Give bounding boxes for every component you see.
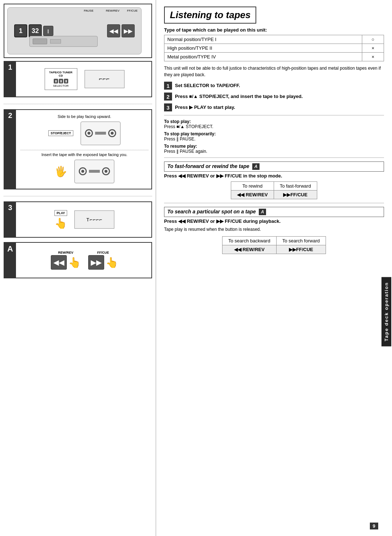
divider-1 <box>164 115 384 115</box>
right-panel: Listening to tapes Type of tape which ca… <box>156 0 392 536</box>
selector-illus: TAPE/CD TUNER CD ▮ ▮ ▮ SELECTOR <box>45 68 77 90</box>
tip-pause: To stop play temporarily: Press ‖ PAUSE. <box>164 131 384 142</box>
tip-pause-text: Press ‖ PAUSE. <box>164 136 384 142</box>
divider-3 <box>164 203 384 203</box>
step2-illus-top: STOP/EJECT <box>20 119 148 148</box>
tip-stop-text: Press ■/▲ STOP/EJECT. <box>164 124 384 129</box>
stepA-content: REW/REV ◀◀ 👆 FF/CUE ▶▶ 👆 <box>20 246 148 275</box>
pause-label-top: PAUSE <box>84 9 94 12</box>
notice-text: This unit will not be able to do full ju… <box>164 65 384 78</box>
selector-label: SELECTOR <box>49 84 73 87</box>
search-col2-btn: ▶▶FF/CUE <box>276 245 326 254</box>
sidebar-label-wrap: Tape deck operation <box>380 109 392 514</box>
display-deco <box>33 38 47 44</box>
rew-ff-buttons: ◀◀ ▶▶ <box>107 24 135 37</box>
left-step-3: 3 PLAY 👆 T⌐⌐⌐⌐ <box>4 201 152 238</box>
step-2: 2 Press ■/▲ STOP/EJECT, and insert the t… <box>164 93 384 101</box>
hand-rew: 👆 <box>68 257 81 269</box>
search-col1-btn: ◀◀ REW/REV <box>222 245 277 254</box>
step-3-text: Press ▶ PLAY to start play. <box>175 103 235 111</box>
step3-label: 3 <box>4 202 16 237</box>
symbol-2: × <box>362 44 384 53</box>
btn-1: 1 <box>14 24 27 37</box>
divider-2 <box>164 157 384 158</box>
rew-btn-group: REW/REV ◀◀ 👆 <box>51 251 81 270</box>
tip-resume-label: To resume play: <box>164 144 384 149</box>
btn-pause: ‖ <box>43 26 53 36</box>
table-row-2: High position/TYPE II × <box>164 44 384 53</box>
selector-btns: ▮ ▮ ▮ <box>49 79 73 83</box>
number-buttons: 1 3 2 ‖ <box>14 24 53 37</box>
search-col1-header: To search backward <box>222 237 277 245</box>
reel-right <box>108 129 116 137</box>
sep2 <box>4 196 152 196</box>
ff-btn-large: ▶▶ <box>88 255 104 270</box>
sel-btn3: ▮ <box>64 79 68 83</box>
step1-label: 1 <box>4 62 16 97</box>
sel-btn1: ▮ <box>54 79 58 83</box>
device-illustration-box: 1 3 2 ‖ PAUSE REW/REV FF/CUE ◀◀ ▶▶ <box>4 4 152 58</box>
step2-content: Side to be play facing upward. STOP/EJEC… <box>20 114 148 186</box>
search-box-label: A <box>259 209 266 215</box>
tape-type-table: Normal position/TYPE I ○ High position/T… <box>164 35 384 61</box>
hand-ff: 👆 <box>106 257 118 269</box>
type-3: Metal position/TYPE IV <box>164 53 362 61</box>
step3-illus: PLAY 👆 T⌐⌐⌐⌐ <box>20 205 148 234</box>
play-label: PLAY <box>54 210 67 216</box>
ff-btn-group: FF/CUE ▶▶ 👆 <box>88 251 118 270</box>
play-btn-illus: PLAY 👆 <box>54 210 67 229</box>
step2-caption1: Side to be play facing upward. <box>20 114 148 119</box>
reel-inner-left <box>87 132 90 135</box>
tip-resume: To resume play: Press ‖ PAUSE again. <box>164 144 384 154</box>
table-row-3: Metal position/TYPE IV × <box>164 53 384 61</box>
reel2-inner-right <box>105 170 107 173</box>
tape-window2 <box>89 170 100 173</box>
cassette-illus2 <box>74 160 114 183</box>
step1-illus: TAPE/CD TUNER CD ▮ ▮ ▮ SELECTOR ⌐⌐⌐ <box>20 65 148 94</box>
step-3: 3 Press ▶ PLAY to start play. <box>164 103 384 111</box>
btn-ff: ▶▶ <box>122 24 135 37</box>
tip-resume-text: Press ‖ PAUSE again. <box>164 149 384 154</box>
reel2-right <box>102 167 110 175</box>
type-2: High position/TYPE II <box>164 44 362 53</box>
ff-rewind-desc: Press ◀◀ REW/REV or ▶▶ FF/CUE in the sto… <box>164 173 384 179</box>
search-desc: Press ◀◀ REW/REV or ▶▶ FF/CUE during pla… <box>164 218 384 224</box>
ff-rewind-table: To rewind To fast-forward ◀◀ REW/REV ▶▶F… <box>231 181 317 199</box>
rew-btn-large: ◀◀ <box>51 255 67 270</box>
ff-btn-row: ▶▶ 👆 <box>88 255 118 270</box>
step-1-text: Set SELECTOR to TAPE/OFF. <box>175 82 240 89</box>
left-step-2: 2 Side to be play facing upward. STOP/EJ… <box>4 109 152 189</box>
reel-left <box>85 129 93 137</box>
rew-header-row: To rewind To fast-forward <box>231 182 317 191</box>
ff-box-label: A <box>252 163 260 170</box>
stepA-illus: REW/REV ◀◀ 👆 FF/CUE ▶▶ 👆 <box>20 246 148 275</box>
ffcue-label-top: FF/CUE <box>127 9 138 12</box>
tip-pause-label: To stop play temporarily: <box>164 131 384 136</box>
search-button-row: ◀◀ REW/REV ▶▶FF/CUE <box>222 245 326 254</box>
sep1 <box>4 104 152 104</box>
step2-caption3: Insert the tape with the exposed tape fa… <box>20 152 148 157</box>
step-2-num: 2 <box>164 93 172 101</box>
search-col2-header: To search forward <box>276 237 326 245</box>
rew-btn-label: REW/REV <box>58 251 73 254</box>
step-2-text: Press ■/▲ STOP/EJECT, and insert the tap… <box>175 93 303 100</box>
hand-icon-step2: 🖐 <box>54 165 67 177</box>
hand-icon-step3: 👆 <box>54 217 67 229</box>
stepA-label: A <box>4 243 16 278</box>
step-3-num: 3 <box>164 103 172 111</box>
left-step-1: 1 TAPE/CD TUNER CD ▮ ▮ ▮ SELECTOR ⌐⌐⌐ <box>4 61 152 97</box>
step1-display: ⌐⌐⌐ <box>85 70 124 88</box>
ff-rewind-section-title: To fast-forward or rewind the tape A <box>164 161 384 172</box>
device-center-decoration <box>29 36 98 47</box>
search-header-row: To search backward To search forward <box>222 237 326 245</box>
tape-window <box>95 132 106 135</box>
sel-btn2: ▮ <box>59 79 63 83</box>
btn-32: 3 2 <box>29 24 42 37</box>
rew-col2-btn: ▶▶FF/CUE <box>274 191 317 199</box>
selector-caption: TAPE/CD TUNER CD <box>49 71 73 77</box>
search-table: To search backward To search forward ◀◀ … <box>222 236 326 254</box>
table-row-1: Normal position/TYPE I ○ <box>164 35 384 44</box>
step3-content: PLAY 👆 T⌐⌐⌐⌐ <box>20 205 148 234</box>
symbol-1: ○ <box>362 35 384 44</box>
sidebar-label: Tape deck operation <box>381 277 391 346</box>
